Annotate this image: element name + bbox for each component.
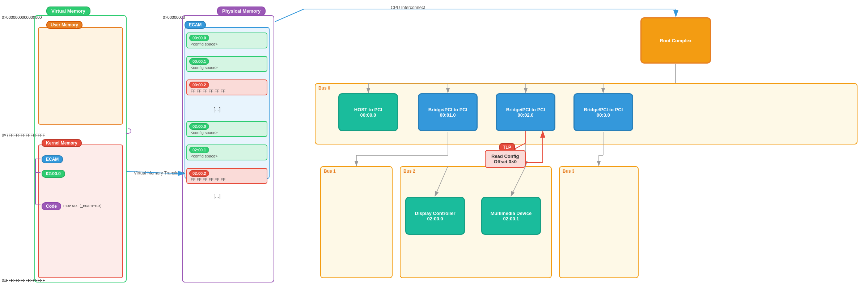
physical-memory-label: Physical Memory — [217, 7, 266, 16]
ecam-vm-tag: ECAM — [42, 155, 63, 163]
ecam-pm-label: ECAM — [185, 21, 206, 29]
bus2-label: Bus 2 — [403, 169, 415, 174]
kernel-memory-label: Kernel Memory — [42, 139, 82, 147]
dots-2: [...] — [213, 193, 220, 199]
pci-tag-00-0: 00:00.0 — [189, 35, 209, 41]
pci-entry-02-2: 02:00.2 FF FF FF FF FF FF — [186, 168, 267, 184]
pci-text-02-1: <config space> — [191, 154, 264, 158]
svg-line-6 — [275, 9, 304, 22]
pci-entry-00-1: 00:00.1 <config space> — [186, 56, 267, 72]
user-memory-label: User Memory — [46, 21, 82, 29]
bus1-label: Bus 1 — [324, 169, 336, 174]
user-memory-box — [38, 27, 123, 125]
vm-translation-label: Virtual Memory Translation — [134, 171, 186, 176]
code-vm-label: Code — [42, 202, 61, 210]
host-to-pci-device: HOST to PCI00:00.0 — [338, 93, 398, 131]
dots-1: [...] — [213, 107, 220, 112]
code-vm-text: mov rax, [_ecam+rcx] — [63, 203, 101, 208]
pci-entry-02-1: 02:00.1 <config space> — [186, 144, 267, 160]
pci-tag-02-1: 02:00.1 — [189, 147, 209, 153]
bridge-pci-3-device: Bridge/PCI to PCI00:3.0 — [573, 93, 633, 131]
cpu-interconnect-label: CPU Interconnect — [391, 5, 425, 10]
bus3-label: Bus 3 — [563, 169, 575, 174]
pci-entry-02-0: 02:00.0 <config space> — [186, 121, 267, 137]
multimedia-device: Multimedia Device02:00.1 — [481, 197, 541, 235]
pci-tag-02-0: 02:00.0 — [189, 123, 209, 130]
pci-tag-00-2: 00:00.2 — [189, 82, 209, 88]
diagram: 0×0000000000000000 0×7FFFFFFFFFFFFFFF 0x… — [0, 0, 868, 302]
read-config-box: Read ConfigOffset 0×0 — [485, 150, 526, 168]
bridge-pci-1-device: Bridge/PCI to PCI00:01.0 — [418, 93, 478, 131]
pci-entry-00-2: 00:00.2 FF FF FF FF FF FF — [186, 79, 267, 95]
bus3-box — [559, 166, 639, 278]
pci-text-02-0: <config space> — [191, 130, 264, 135]
pci-tag-02-2: 02:00.2 — [189, 170, 209, 177]
bridge-pci-2-device: Bridge/PCI to PCI00:02.0 — [496, 93, 555, 131]
vm-020-tag: 02:00.0 — [42, 170, 65, 178]
root-complex-box: Root Complex — [640, 17, 711, 64]
pci-text-00-2: FF FF FF FF FF FF — [191, 89, 264, 93]
bus1-box — [320, 166, 393, 278]
pci-text-00-1: <config space> — [191, 65, 264, 70]
pci-tag-00-1: 00:00.1 — [189, 58, 209, 65]
bus0-label: Bus 0 — [318, 86, 330, 91]
kernel-memory-box — [38, 144, 123, 278]
pci-text-00-0: <config space> — [191, 42, 264, 46]
pci-text-02-2: FF FF FF FF FF FF — [191, 177, 264, 182]
pci-entry-00-0: 00:00.0 <config space> — [186, 33, 267, 48]
display-controller-device: Display Controller02:00.0 — [405, 197, 465, 235]
virtual-memory-label: Virtual Memory — [46, 7, 90, 16]
